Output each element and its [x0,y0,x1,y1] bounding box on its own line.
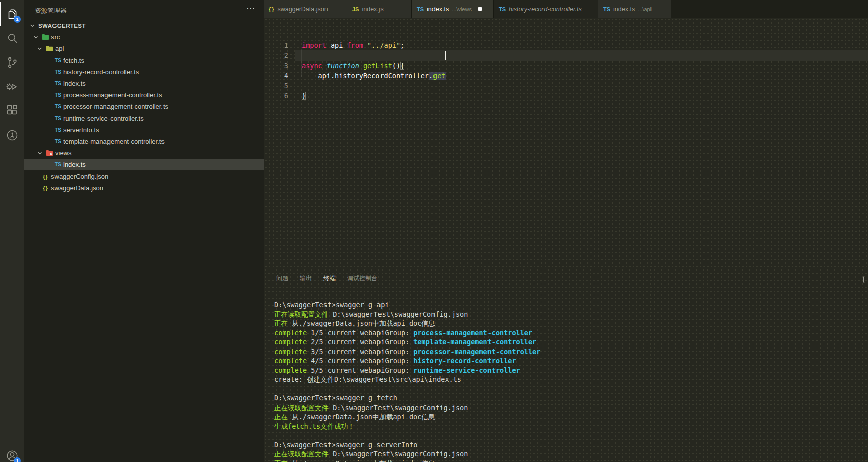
tree-item-fetch-ts[interactable]: TSfetch.ts [24,54,264,66]
tab-label: index.ts [427,6,449,13]
explorer-icon[interactable]: 1 [0,2,24,26]
tab-history-record-controller-ts[interactable]: TShistory-record-controller.ts [494,0,598,18]
editor-tab-bar: {}swaggerData.jsonJSindex.jsTSindex.ts..… [264,0,868,18]
tab-swaggerdata-json[interactable]: {}swaggerData.json [264,0,347,18]
tree-item-process-management-controller-ts[interactable]: TSprocess-management-controller.ts [24,89,264,101]
folder-views-icon [44,150,55,156]
terminal-text: 正在读取配置文件 [274,310,329,318]
run-and-debug-icon[interactable] [0,75,24,99]
code-token: () [392,62,400,70]
javascript-file-icon: JS [352,6,359,12]
chevron-down-icon [35,45,44,52]
terminal-line: complete 3/5 current webapiGroup: proces… [274,347,540,357]
terminal-text: create: 创建文件D:\swaggerTest\src\api\index… [274,375,461,383]
terminal-text: 正在读取配置文件 [274,450,329,458]
vscode-window: 11 资源管理器 ⋯ SWAGGERTEST srcapiTSfetch.tsT… [0,0,868,462]
more-actions-icon[interactable]: ⋯ [246,3,255,14]
tab-index-ts-views[interactable]: TSindex.ts...\views [412,0,494,18]
sidebar-title: 资源管理器 [35,7,67,15]
source-control-icon[interactable] [0,50,24,75]
tree-item-index-ts[interactable]: TSindex.ts [24,78,264,89]
terminal-line: 正在 从./swaggerData.json中加载api doc信息 [274,412,540,422]
tree-item-views[interactable]: views [24,147,264,159]
tree-item-processor-management-controller-ts[interactable]: TSprocessor-management-controller.ts [24,101,264,112]
chevron-down-icon [31,34,40,41]
bottom-panel: 问题输出终端调试控制台 D:\swaggerTest>swagger g api… [264,268,868,462]
tree-item-src[interactable]: src [24,31,264,43]
terminal-text: 生成fetch.ts文件成功！ [274,422,355,430]
code-token [363,41,367,49]
account-icon[interactable]: 1 [0,444,24,462]
panel-tab-output[interactable]: 输出 [300,274,312,286]
terminal-text: 从./swaggerData.json中加载api doc信息 [288,319,435,327]
terminal-line: 正在 从./swaggerData.json中加载api doc信息 [274,459,540,462]
terminal-output[interactable]: D:\swaggerTest>swagger g api正在读取配置文件 D:\… [274,300,540,462]
terminal-line: D:\swaggerTest>swagger g fetch [274,393,540,403]
terminal-text: history-record-controller [413,357,516,365]
terminal-text: 从./swaggerData.json中加载api doc信息 [288,413,435,421]
code-token: } [302,92,306,100]
typescript-file-icon: TS [52,127,63,133]
tree-item-api[interactable]: api [24,43,264,54]
tab-label: index.js [362,6,383,13]
code-token: ; [400,41,404,49]
panel-tab-problems[interactable]: 问题 [276,274,288,286]
terminal-text: complete [274,366,307,374]
tree-item-index-ts[interactable]: TSindex.ts [24,159,264,170]
panel-action-icon-partial[interactable] [863,276,868,283]
tree-item-template-management-controller-ts[interactable]: TStemplate-management-controller.ts [24,136,264,147]
typescript-file-icon: TS [52,57,63,63]
code-editor[interactable]: 123456 import api from "../api";async fu… [264,18,868,268]
code-line-3: async function getList(){ [302,61,404,71]
typescript-file-icon: TS [52,116,63,121]
account-badge: 1 [14,457,21,462]
terminal-text: 正在 [274,413,288,421]
code-line-1: import api from "../api"; [302,40,404,50]
code-token [322,62,327,70]
panel-tab-debug-console[interactable]: 调试控制台 [347,274,377,286]
json-file-icon: {} [40,174,51,180]
chevron-down-icon [35,150,44,157]
terminal-text: D:\swaggerTest>swagger g api [274,301,389,309]
code-token: async [302,62,322,70]
modified-dot-icon[interactable] [478,7,482,11]
terminal-text: D:\swaggerTest\swaggerConfig.json [329,403,468,412]
terminal-line [274,431,540,440]
tree-item-history-record-controller-ts[interactable]: TShistory-record-controller.ts [24,66,264,78]
terminal-text: process-management-controller [413,329,532,337]
terminal-line: 生成fetch.ts文件成功！ [274,422,540,431]
tree-item-label: index.ts [63,80,86,87]
tree-item-runtime-service-controller-ts[interactable]: TSruntime-service-controller.ts [24,112,264,124]
code-token: getList [363,62,392,70]
code-token: get [433,72,445,80]
tab-index-ts-api[interactable]: TSindex.ts...\api [598,0,671,18]
tab-label: index.ts [613,6,635,13]
line-number: 1 [264,40,288,50]
code-token: import [302,41,327,49]
tree-item-swaggerconfig-json[interactable]: {}swaggerConfig.json [24,170,264,182]
line-number: 3 [264,61,288,71]
tree-item-label: swaggerConfig.json [51,172,108,180]
workspace-section-header[interactable]: SWAGGERTEST [24,20,264,31]
tree-item-serverinfo-ts[interactable]: TSserverInfo.ts [24,124,264,136]
panel-tab-terminal[interactable]: 终端 [323,274,336,286]
json-file-icon: {} [40,185,51,191]
typescript-file-icon: TS [52,69,63,75]
panel-tab-bar: 问题输出终端调试控制台 [276,274,377,286]
terminal-text: complete [274,329,307,337]
tab-label: history-record-controller.ts [509,6,582,13]
tab-label: swaggerData.json [278,6,328,13]
terminal-line: complete 4/5 current webapiGroup: histor… [274,356,540,366]
tab-index-js[interactable]: JSindex.js [347,0,412,18]
custom-view-icon[interactable] [0,123,24,147]
tree-item-swaggerdata-json[interactable]: {}swaggerData.json [24,182,264,194]
extensions-icon[interactable] [0,99,24,123]
search-icon[interactable] [0,26,24,50]
tree-item-label: api [55,45,64,52]
code-token: from [347,41,363,49]
code-token: api [327,41,347,49]
terminal-text: 1/5 current webapiGroup: [307,329,413,337]
workspace-name: SWAGGERTEST [38,23,86,29]
typescript-file-icon: TS [52,104,63,109]
tree-item-label: history-record-controller.ts [63,68,139,76]
